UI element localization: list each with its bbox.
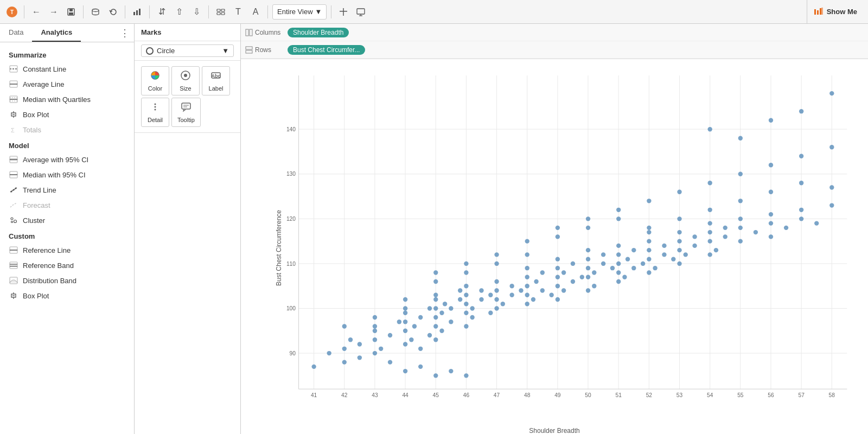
show-me-button[interactable]: Show Me <box>807 0 864 23</box>
marks-header: Marks <box>135 24 240 41</box>
svg-point-226 <box>662 244 666 248</box>
svg-text:51: 51 <box>616 392 622 398</box>
svg-point-214 <box>622 275 627 279</box>
separator-6 <box>267 5 268 18</box>
svg-point-270 <box>647 199 651 203</box>
analytics-item-median-quartiles[interactable]: Median with Quartiles <box>0 92 134 107</box>
svg-point-241 <box>723 226 727 230</box>
svg-rect-70 <box>250 29 252 36</box>
analytics-item-cluster[interactable]: Cluster <box>0 213 134 228</box>
view-dropdown[interactable]: Entire View ▼ <box>272 4 327 20</box>
svg-point-236 <box>707 239 712 243</box>
undo-icon[interactable] <box>105 4 120 20</box>
forward-icon[interactable]: → <box>46 4 61 20</box>
separator-3 <box>125 5 125 18</box>
forecast-icon <box>9 200 18 210</box>
svg-point-153 <box>439 329 444 333</box>
sort-asc-icon[interactable]: ⇧ <box>171 4 187 20</box>
marks-tooltip-button[interactable]: Tooltip <box>171 98 201 127</box>
svg-point-143 <box>418 347 423 351</box>
svg-point-243 <box>738 226 743 230</box>
analytics-item-median-95ci[interactable]: Median with 95% CI <box>0 167 134 182</box>
svg-point-258 <box>449 369 453 373</box>
back-icon[interactable]: ← <box>29 4 44 20</box>
analytics-item-box-plot-custom[interactable]: Box Plot <box>0 288 134 303</box>
svg-point-126 <box>342 347 347 351</box>
analytics-item-reference-band[interactable]: Reference Band <box>0 258 134 273</box>
presentation-icon[interactable] <box>353 4 368 20</box>
analytics-item-trend-line[interactable]: Trend Line <box>0 182 134 197</box>
circle-icon <box>146 47 154 55</box>
svg-point-184 <box>531 297 535 302</box>
svg-point-257 <box>433 373 438 378</box>
svg-point-137 <box>403 342 407 346</box>
format-icon[interactable]: A <box>248 4 263 20</box>
data-source-icon[interactable] <box>88 4 103 20</box>
tab-analytics[interactable]: Analytics <box>32 24 81 42</box>
tab-data[interactable]: Data <box>0 24 32 42</box>
svg-point-163 <box>464 293 468 297</box>
model-section-title: Model <box>0 137 134 152</box>
svg-text:49: 49 <box>554 392 561 398</box>
marks-color-label: Color <box>148 85 162 92</box>
svg-point-256 <box>418 365 423 369</box>
swap-axes-icon[interactable]: ⇵ <box>154 4 169 20</box>
svg-point-154 <box>439 311 444 315</box>
svg-point-168 <box>479 288 483 292</box>
svg-point-181 <box>525 284 529 288</box>
marks-detail-button[interactable]: Detail <box>141 98 169 127</box>
svg-point-275 <box>799 154 803 158</box>
analytics-item-box-plot-summarize[interactable]: Box Plot <box>0 107 134 122</box>
analytics-item-average-95ci[interactable]: Average with 95% CI <box>0 152 134 167</box>
marks-type-label: Circle <box>157 47 175 55</box>
separator-7 <box>331 5 331 18</box>
svg-point-266 <box>525 239 529 243</box>
svg-point-196 <box>571 279 575 284</box>
marks-label-button[interactable]: Abc Label <box>202 66 230 95</box>
svg-point-177 <box>509 284 514 288</box>
analytics-content: Summarize Constant Line Average Line Med… <box>0 42 134 434</box>
svg-point-268 <box>586 216 590 221</box>
svg-rect-20 <box>820 8 821 15</box>
svg-point-203 <box>586 248 590 252</box>
analytics-item-average-line[interactable]: Average Line <box>0 76 134 92</box>
chart-type-icon[interactable] <box>130 4 145 20</box>
analytics-item-distribution-band[interactable]: Distribution Band <box>0 273 134 288</box>
marks-type-dropdown[interactable]: Circle ▼ <box>135 41 240 61</box>
svg-point-205 <box>592 270 596 275</box>
svg-point-148 <box>433 324 438 328</box>
svg-point-188 <box>549 293 553 297</box>
svg-point-238 <box>707 221 712 225</box>
group-icon[interactable] <box>213 4 228 20</box>
svg-point-269 <box>616 208 621 212</box>
svg-point-217 <box>631 248 636 252</box>
y-axis-label: Bust Chest Circumference <box>275 210 283 286</box>
svg-point-218 <box>641 261 645 266</box>
svg-text:54: 54 <box>707 392 713 398</box>
average-95ci-icon <box>9 155 18 164</box>
svg-point-149 <box>433 315 438 320</box>
svg-point-259 <box>464 373 468 378</box>
svg-point-278 <box>738 136 743 141</box>
sort-desc-icon[interactable]: ⇩ <box>189 4 204 20</box>
panel-options-icon[interactable]: ⋮ <box>120 27 130 39</box>
svg-point-232 <box>684 252 688 257</box>
svg-point-295 <box>769 190 773 194</box>
svg-point-131 <box>373 337 377 342</box>
svg-text:120: 120 <box>286 216 296 222</box>
label-icon[interactable]: T <box>231 4 246 20</box>
rows-pill[interactable]: Bust Chest Circumfer... <box>288 45 365 55</box>
svg-point-5 <box>92 9 99 11</box>
marks-color-button[interactable]: Color <box>141 66 169 95</box>
save-icon[interactable] <box>63 4 79 20</box>
svg-point-152 <box>433 293 438 297</box>
svg-text:Σ: Σ <box>11 127 15 133</box>
fix-axes-icon[interactable] <box>336 4 351 20</box>
marks-size-button[interactable]: Size <box>171 66 200 95</box>
analytics-item-constant-line[interactable]: Constant Line <box>0 61 134 76</box>
columns-pill[interactable]: Shoulder Breadth <box>288 28 349 37</box>
analytics-item-reference-line[interactable]: Reference Line <box>0 242 134 258</box>
svg-point-267 <box>556 226 560 230</box>
svg-point-134 <box>388 360 392 364</box>
svg-point-41 <box>11 191 12 193</box>
